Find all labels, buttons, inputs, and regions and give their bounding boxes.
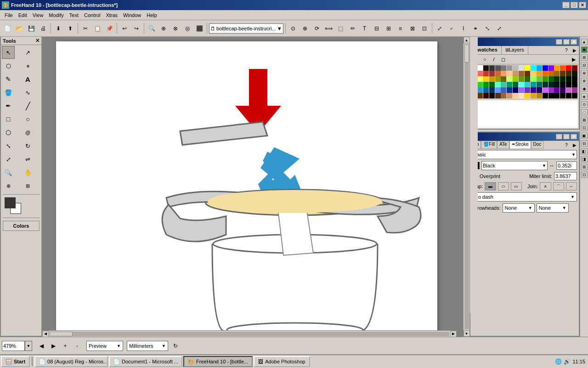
v-scroll-track[interactable]: [464, 44, 469, 329]
miter-input[interactable]: 3.8637: [554, 172, 577, 180]
stroke-help[interactable]: ?: [563, 141, 570, 149]
color-swatch[interactable]: [548, 65, 554, 71]
color-swatch[interactable]: [513, 76, 518, 82]
toolbar-redo[interactable]: ↪: [131, 23, 142, 34]
color-swatch[interactable]: [566, 93, 571, 98]
toolbar-rotate[interactable]: ⟳: [311, 23, 322, 34]
color-swatch[interactable]: [477, 82, 483, 87]
stroke-panel-titlebar[interactable]: 🎨 _ □ ✕: [470, 132, 579, 141]
tool-bezigon[interactable]: ⋄: [22, 59, 34, 72]
color-swatch[interactable]: [483, 82, 489, 87]
join-bevel[interactable]: ⌐: [566, 182, 577, 190]
toolbar-export[interactable]: ⬆: [65, 23, 76, 34]
tool-attrib[interactable]: ⊞: [22, 179, 34, 192]
toolbar-btn9[interactable]: ⬛: [194, 23, 205, 34]
menu-text[interactable]: Text: [67, 12, 81, 19]
v-scroll-down[interactable]: ▼: [464, 330, 470, 337]
color-swatch[interactable]: [548, 87, 554, 93]
color-swatch[interactable]: [543, 93, 548, 98]
menu-view[interactable]: View: [30, 12, 46, 19]
color-swatch[interactable]: [507, 82, 512, 87]
color-swatch[interactable]: [560, 82, 565, 87]
toolbar-save[interactable]: 💾: [26, 23, 37, 34]
color-swatch[interactable]: [537, 93, 542, 98]
tool-polygon[interactable]: ⬡: [2, 126, 15, 139]
color-swatch[interactable]: [525, 87, 530, 93]
color-swatch[interactable]: [513, 71, 518, 76]
arrowhead-start-select[interactable]: None ▼: [503, 203, 535, 213]
color-swatch[interactable]: [531, 71, 536, 76]
swatch-new[interactable]: ○: [481, 56, 489, 63]
toolbar-layout[interactable]: ⊠: [407, 23, 418, 34]
tab-fill[interactable]: 🪣Fill: [481, 141, 497, 149]
tool-rect[interactable]: □: [2, 113, 15, 126]
toolbar-path[interactable]: ⤢: [434, 23, 445, 34]
color-swatch[interactable]: [489, 82, 495, 87]
tool-rotate2[interactable]: ↻: [22, 139, 34, 152]
edge-btn5[interactable]: ⊕: [581, 70, 588, 76]
tool-lasso[interactable]: ⬡: [2, 59, 15, 72]
color-swatch[interactable]: [501, 76, 506, 82]
tool-skew[interactable]: ⤢: [2, 153, 15, 166]
toolbar-align[interactable]: ≡: [395, 23, 406, 34]
swatches-help[interactable]: ?: [563, 46, 570, 54]
cap-square[interactable]: ▭: [511, 182, 522, 190]
color-swatch[interactable]: [507, 65, 512, 71]
tools-panel-header[interactable]: Tools ✕: [1, 37, 41, 45]
edge-btn11[interactable]: ⊠: [581, 117, 588, 123]
color-swatch[interactable]: [566, 71, 571, 76]
dash-select[interactable]: No dash ▼: [472, 192, 577, 201]
color-swatch[interactable]: [507, 71, 512, 76]
tool-hand[interactable]: ✋: [22, 166, 34, 179]
toolbar-expand[interactable]: ⤡: [482, 23, 493, 34]
color-swatch[interactable]: [501, 82, 506, 87]
color-swatch[interactable]: [537, 82, 542, 87]
color-swatch[interactable]: [501, 71, 506, 76]
menu-modify[interactable]: Modify: [46, 12, 66, 19]
toolbar-pen[interactable]: ✏: [347, 23, 358, 34]
toolbar-open[interactable]: 📂: [14, 23, 25, 34]
close-button[interactable]: ✕: [579, 2, 586, 8]
color-swatch[interactable]: [531, 82, 536, 87]
history-add[interactable]: +: [60, 340, 71, 351]
toolbar-btn7[interactable]: ⊗: [170, 23, 181, 34]
color-swatch[interactable]: [483, 65, 489, 71]
edge-btn6[interactable]: ⊗: [581, 78, 588, 84]
zoom-dropdown[interactable]: ▼: [25, 341, 32, 351]
h-scroll-right[interactable]: ▶: [450, 331, 457, 337]
swatches-panel-titlebar[interactable]: 🎨 _ □ ✕: [470, 38, 579, 46]
minimize-button[interactable]: _: [562, 2, 570, 8]
units-dropdown[interactable]: Millimeters ▼: [127, 341, 168, 351]
toolbar-split[interactable]: ⌇: [458, 23, 469, 34]
stroke-width-input[interactable]: 0.352i: [556, 161, 577, 170]
color-swatch[interactable]: [495, 76, 501, 82]
color-swatch[interactable]: [525, 65, 530, 71]
start-button[interactable]: 🪟 Start: [1, 356, 30, 367]
color-swatch[interactable]: [566, 82, 571, 87]
tool-line[interactable]: ╱: [22, 99, 34, 112]
color-swatch[interactable]: [483, 93, 489, 98]
toolbar-lasso[interactable]: ⊙: [288, 23, 299, 34]
color-swatch[interactable]: [531, 93, 536, 98]
toolbar-type[interactable]: T: [359, 23, 370, 34]
h-scroll-track[interactable]: [50, 332, 449, 336]
h-scroll-left[interactable]: ◀: [42, 331, 49, 337]
toolbar-undo[interactable]: ↩: [119, 23, 130, 34]
color-swatch[interactable]: [554, 87, 560, 93]
color-swatch[interactable]: [519, 65, 524, 71]
edge-btn14[interactable]: ⊟: [581, 140, 588, 147]
tab-text[interactable]: ATe: [497, 141, 509, 149]
menu-file[interactable]: File: [2, 12, 16, 19]
color-swatch[interactable]: [495, 87, 501, 93]
color-swatch[interactable]: [566, 87, 571, 93]
edge-btn16[interactable]: ◨: [581, 156, 588, 162]
color-swatch[interactable]: [513, 93, 518, 98]
taskbar-item-3[interactable]: 🖼 Adobe Photoshop: [254, 356, 310, 367]
preview-dropdown[interactable]: Preview ▼: [86, 341, 123, 351]
swatches-maximize[interactable]: □: [563, 39, 570, 45]
toolbar-new[interactable]: 📄: [2, 23, 13, 34]
edge-btn10[interactable]: ◌: [581, 109, 588, 115]
menu-help[interactable]: Help: [144, 12, 160, 19]
stroke-type-select[interactable]: Basic ▼: [472, 150, 577, 159]
color-swatch[interactable]: [477, 93, 483, 98]
